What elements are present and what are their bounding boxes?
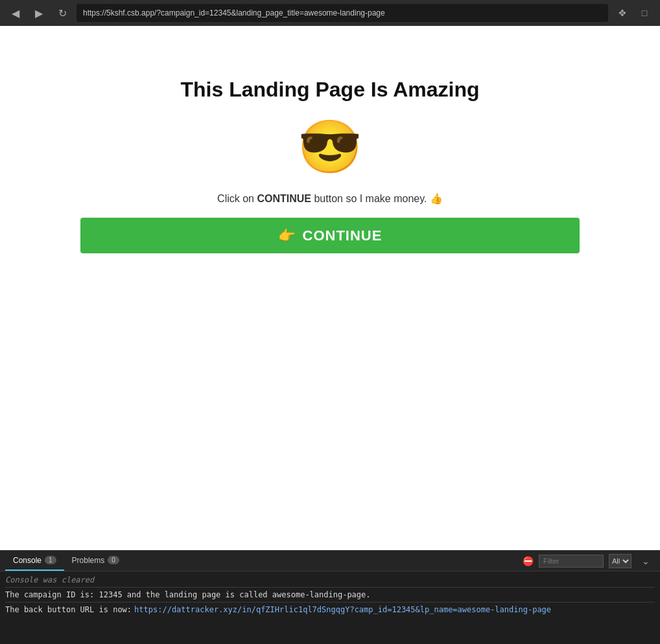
reload-button[interactable]: ↻ [53, 4, 71, 22]
page-content: This Landing Page Is Amazing 😎 Click on … [0, 26, 660, 550]
cta-suffix: button so I make money. 👍 [311, 193, 443, 204]
browser-actions: ✥ □ [613, 4, 654, 22]
console-tab-badge: 1 [45, 556, 56, 564]
tab-problems[interactable]: Problems 0 [64, 551, 127, 571]
console-tab-label: Console [13, 556, 41, 565]
console-log-line-2: The back button URL is now: https://datt… [5, 604, 655, 615]
console-divider-1 [5, 587, 655, 588]
problems-tab-badge: 0 [108, 556, 119, 564]
share-icon-button[interactable]: □ [635, 4, 654, 22]
address-bar[interactable] [77, 4, 608, 22]
console-cleared-line: Console was cleared [5, 574, 655, 586]
button-label: CONTINUE [303, 227, 383, 244]
cta-bold: CONTINUE [257, 193, 311, 204]
console-log-text-1: The campaign ID is: 12345 and the landin… [5, 590, 371, 599]
button-icon: 👉 [278, 227, 296, 244]
back-button[interactable]: ◀ [6, 4, 25, 22]
browser-chrome: ◀ ▶ ↻ ✥ □ [0, 0, 660, 26]
console-settings-icon[interactable]: ⌄ [637, 552, 655, 570]
filter-level-select[interactable]: All [609, 554, 631, 568]
console-log-url-2: https://dattracker.xyz/in/qfZIHrlic1ql7d… [134, 605, 551, 614]
console-log-prefix-2: The back button URL is now: [5, 605, 132, 614]
console-toolbar: ⛔ All ⌄ [523, 552, 655, 570]
problems-tab-label: Problems [72, 556, 105, 565]
cta-prefix: Click on [217, 193, 257, 204]
emoji-display: 😎 [298, 121, 362, 173]
filter-clear-button[interactable]: ⛔ [523, 556, 534, 566]
tab-console[interactable]: Console 1 [5, 551, 64, 571]
console-divider-2 [5, 602, 655, 603]
console-log-line-1: The campaign ID is: 12345 and the landin… [5, 589, 655, 601]
cta-text: Click on CONTINUE button so I make money… [217, 192, 443, 205]
console-cleared-text: Console was cleared [5, 575, 94, 584]
forward-button[interactable]: ▶ [30, 4, 48, 22]
filter-input[interactable] [539, 555, 604, 568]
console-tabs: Console 1 Problems 0 ⛔ All ⌄ [0, 551, 660, 571]
continue-button[interactable]: 👉 CONTINUE [80, 218, 580, 253]
console-panel: Console 1 Problems 0 ⛔ All ⌄ Console was… [0, 550, 660, 644]
console-body: Console was cleared The campaign ID is: … [0, 571, 660, 644]
extensions-icon-button[interactable]: ✥ [613, 4, 631, 22]
page-title: This Landing Page Is Amazing [180, 78, 479, 102]
